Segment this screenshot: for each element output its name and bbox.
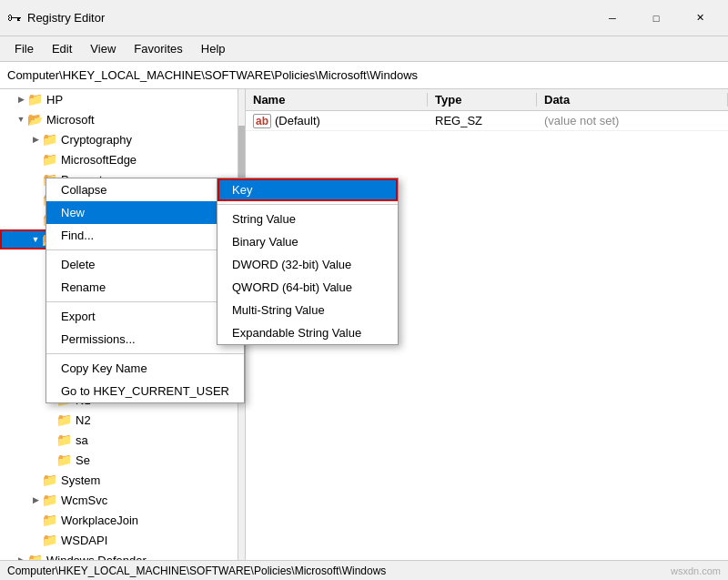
menu-bar: File Edit View Favorites Help [0,36,728,62]
folder-icon-cryptography: 📁 [42,132,57,147]
ctx-rename[interactable]: Rename [46,276,244,299]
folder-icon-wcmsvc: 📁 [42,493,57,507]
title-bar: 🗝 Registry Editor ─ □ ✕ [0,0,728,36]
title-bar-controls: ─ □ ✕ [592,5,721,32]
tree-label-microsoftedge: MicrosoftEdge [61,153,136,167]
tree-item-cryptography[interactable]: ▶ 📁 Cryptography [0,129,245,149]
tree-item-microsoft[interactable]: ▼ 📂 Microsoft [0,109,245,129]
folder-icon-wsdapi: 📁 [42,533,57,547]
address-path: Computer\HKEY_LOCAL_MACHINE\SOFTWARE\Pol… [7,68,418,82]
tree-item-windowsdefender[interactable]: ▶ 📁 Windows Defender [0,550,245,560]
sub-item-binary[interactable]: Binary Value [217,230,398,253]
menu-view[interactable]: View [81,38,125,59]
col-header-data: Data [537,93,728,107]
tree-label-workplacejoin: WorkplaceJoin [61,514,138,527]
default-value-label: (Default) [275,114,320,127]
tree-label-n2: N2 [76,413,91,427]
menu-file[interactable]: File [5,38,43,59]
sub-item-expandable[interactable]: Expandable String Value [217,321,398,344]
tree-item-hp[interactable]: ▶ 📁 HP [0,89,245,109]
expand-arrow-microsoft: ▼ [15,113,27,126]
tree-label-sa: sa [76,433,88,447]
title-bar-title: Registry Editor [27,11,592,25]
folder-icon-se: 📁 [56,453,72,467]
tree-label-wcmsvc: WcmSvc [61,494,107,507]
tree-label-cryptography: Cryptography [61,133,132,147]
sub-item-string[interactable]: String Value [217,208,398,230]
ctx-sep1 [46,249,244,250]
ctx-sep2 [46,301,244,302]
tree-label-microsoft: Microsoft [46,113,95,127]
submenu: Key String Value Binary Value DWORD (32-… [217,178,399,345]
details-row-default[interactable]: ab (Default) REG_SZ (value not set) [246,111,728,131]
ctx-new[interactable]: New ▶ [46,201,244,224]
ctx-collapse[interactable]: Collapse [46,178,244,201]
ctx-copykeyname[interactable]: Copy Key Name [46,357,244,380]
ctx-export[interactable]: Export [46,305,244,328]
folder-icon-microsoftedge: 📁 [42,152,57,167]
tree-label-hp: HP [46,93,63,107]
details-header: Name Type Data [246,89,728,111]
ctx-new-label: New [61,206,85,219]
close-button[interactable]: ✕ [679,5,721,32]
maximize-button[interactable]: □ [635,5,677,32]
tree-item-wcmsvc[interactable]: ▶ 📁 WcmSvc [0,490,245,510]
menu-edit[interactable]: Edit [43,38,81,59]
sub-item-qword[interactable]: QWORD (64-bit) Value [217,276,398,299]
col-header-type: Type [428,93,537,107]
expand-arrow-cryptography: ▶ [29,133,42,146]
sub-item-multistring[interactable]: Multi-String Value [217,299,398,321]
tree-label-wsdapi: WSDAPI [61,534,107,547]
minimize-button[interactable]: ─ [592,5,633,32]
folder-icon-windowsdefender: 📁 [27,553,43,560]
folder-icon-system: 📁 [42,473,57,487]
reg-value-icon: ab [253,114,271,128]
col-header-name: Name [246,93,428,107]
cell-type-default: REG_SZ [428,114,537,127]
ctx-permissions[interactable]: Permissions... [46,328,244,351]
expand-arrow-wcmsvc: ▶ [29,494,42,506]
tree-item-n2[interactable]: 📁 N2 [0,410,245,430]
folder-icon-hp: 📁 [27,92,43,107]
sub-item-dword[interactable]: DWORD (32-bit) Value [217,253,398,276]
tree-label-windowsdefender: Windows Defender [46,554,147,561]
context-menu: Collapse New ▶ Find... Delete Rename Exp… [46,178,245,403]
tree-label-se: Se [76,453,90,467]
cell-name-default: ab (Default) [246,114,428,128]
ctx-delete[interactable]: Delete [46,253,244,276]
tree-item-microsoftedge[interactable]: 📁 MicrosoftEdge [0,149,245,169]
cell-data-default: (value not set) [537,114,728,127]
folder-icon-workplacejoin: 📁 [42,513,57,527]
ctx-gotohkcu[interactable]: Go to HKEY_CURRENT_USER [46,380,244,402]
tree-item-workplacejoin[interactable]: 📁 WorkplaceJoin [0,510,245,530]
watermark: wsxdn.com [671,565,721,576]
folder-icon-sa: 📁 [56,432,72,447]
expand-arrow-windows: ▼ [29,233,42,246]
menu-help[interactable]: Help [192,38,235,59]
folder-icon-n2: 📁 [56,412,72,427]
ctx-sep3 [46,353,244,354]
ctx-find[interactable]: Find... [46,224,244,247]
sub-sep1 [217,204,398,205]
tree-item-system[interactable]: 📁 System [0,470,245,490]
status-bar: Computer\HKEY_LOCAL_MACHINE\SOFTWARE\Pol… [0,560,728,580]
tree-label-system: System [61,473,100,487]
expand-arrow-hp: ▶ [15,93,27,106]
tree-item-sa[interactable]: 📁 sa [0,430,245,450]
app-icon: 🗝 [7,10,22,26]
tree-scroll-thumb[interactable] [238,126,246,180]
expand-arrow-windowsdefender: ▶ [15,554,27,560]
tree-item-se[interactable]: 📁 Se [0,450,245,470]
sub-item-key[interactable]: Key [217,178,398,201]
folder-icon-microsoft: 📂 [27,112,43,127]
menu-favorites[interactable]: Favorites [125,38,191,59]
status-text: Computer\HKEY_LOCAL_MACHINE\SOFTWARE\Pol… [7,565,386,577]
tree-item-wsdapi[interactable]: 📁 WSDAPI [0,530,245,550]
address-bar: Computer\HKEY_LOCAL_MACHINE\SOFTWARE\Pol… [0,62,728,89]
